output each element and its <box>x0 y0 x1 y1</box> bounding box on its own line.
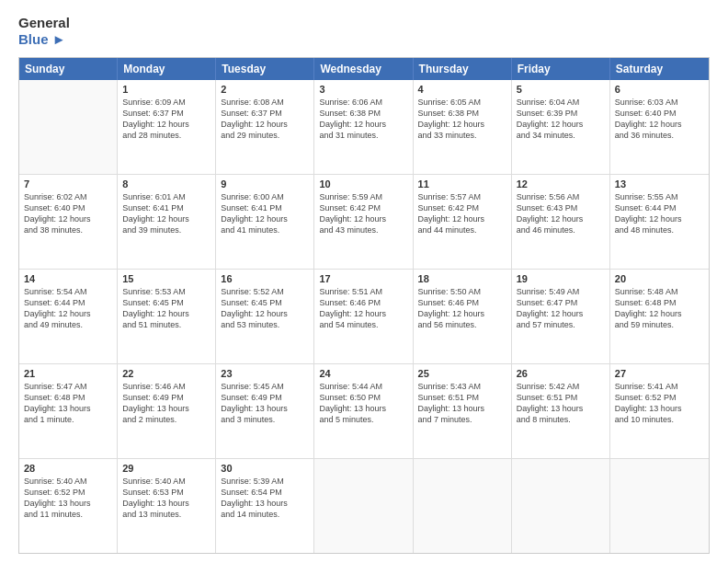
day-number: 18 <box>418 273 506 284</box>
cell-w4-d2: 22Sunrise: 5:46 AMSunset: 6:49 PMDayligh… <box>118 364 216 458</box>
cell-content: Sunrise: 6:03 AMSunset: 6:40 PMDaylight:… <box>615 97 704 142</box>
day-number: 16 <box>221 273 309 284</box>
cell-w1-d1 <box>19 80 118 174</box>
cell-w4-d1: 21Sunrise: 5:47 AMSunset: 6:48 PMDayligh… <box>19 364 118 458</box>
day-number: 1 <box>122 84 210 95</box>
cell-w2-d7: 13Sunrise: 5:55 AMSunset: 6:44 PMDayligh… <box>610 175 709 269</box>
cell-w5-d7 <box>610 459 709 553</box>
col-friday: Friday <box>512 58 610 80</box>
day-number: 17 <box>319 273 407 284</box>
day-number: 22 <box>122 368 210 379</box>
cell-content: Sunrise: 5:54 AMSunset: 6:44 PMDaylight:… <box>24 286 112 331</box>
day-number: 6 <box>615 84 704 95</box>
header: General Blue ► <box>18 15 710 48</box>
cell-content: Sunrise: 6:09 AMSunset: 6:37 PMDaylight:… <box>122 97 210 142</box>
cell-w4-d7: 27Sunrise: 5:41 AMSunset: 6:52 PMDayligh… <box>610 364 709 458</box>
cell-content: Sunrise: 6:06 AMSunset: 6:38 PMDaylight:… <box>319 97 407 142</box>
cell-content: Sunrise: 5:53 AMSunset: 6:45 PMDaylight:… <box>122 286 210 331</box>
cell-content: Sunrise: 6:04 AMSunset: 6:39 PMDaylight:… <box>517 97 605 142</box>
cell-content: Sunrise: 6:05 AMSunset: 6:38 PMDaylight:… <box>418 97 506 142</box>
day-number: 21 <box>24 368 112 379</box>
day-number: 27 <box>615 368 704 379</box>
cell-w4-d5: 25Sunrise: 5:43 AMSunset: 6:51 PMDayligh… <box>414 364 512 458</box>
day-number: 2 <box>221 84 309 95</box>
week-4: 21Sunrise: 5:47 AMSunset: 6:48 PMDayligh… <box>19 364 709 459</box>
day-number: 19 <box>517 273 605 284</box>
week-2: 7Sunrise: 6:02 AMSunset: 6:40 PMDaylight… <box>19 175 709 270</box>
week-5: 28Sunrise: 5:40 AMSunset: 6:52 PMDayligh… <box>19 459 709 553</box>
cell-w4-d6: 26Sunrise: 5:42 AMSunset: 6:51 PMDayligh… <box>512 364 610 458</box>
cell-w2-d3: 9Sunrise: 6:00 AMSunset: 6:41 PMDaylight… <box>216 175 314 269</box>
cell-content: Sunrise: 5:39 AMSunset: 6:54 PMDaylight:… <box>221 476 309 521</box>
cell-w1-d4: 3Sunrise: 6:06 AMSunset: 6:38 PMDaylight… <box>314 80 413 174</box>
cell-content: Sunrise: 5:44 AMSunset: 6:50 PMDaylight:… <box>319 381 407 426</box>
cell-content: Sunrise: 5:50 AMSunset: 6:46 PMDaylight:… <box>418 286 506 331</box>
cell-content: Sunrise: 5:47 AMSunset: 6:48 PMDaylight:… <box>24 381 112 426</box>
cell-w1-d2: 1Sunrise: 6:09 AMSunset: 6:37 PMDaylight… <box>118 80 216 174</box>
cell-w5-d3: 30Sunrise: 5:39 AMSunset: 6:54 PMDayligh… <box>216 459 314 553</box>
cell-content: Sunrise: 5:40 AMSunset: 6:52 PMDaylight:… <box>24 476 112 521</box>
logo-blue: Blue ► <box>18 31 70 48</box>
day-number: 20 <box>615 273 704 284</box>
day-number: 12 <box>517 178 605 190</box>
cell-content: Sunrise: 5:56 AMSunset: 6:43 PMDaylight:… <box>517 191 605 236</box>
day-number: 5 <box>517 84 605 95</box>
cell-content: Sunrise: 6:08 AMSunset: 6:37 PMDaylight:… <box>221 97 309 142</box>
cell-content: Sunrise: 5:57 AMSunset: 6:42 PMDaylight:… <box>418 191 506 236</box>
day-number: 28 <box>24 463 112 474</box>
col-monday: Monday <box>118 58 216 80</box>
cell-content: Sunrise: 5:52 AMSunset: 6:45 PMDaylight:… <box>221 286 309 331</box>
day-number: 29 <box>122 463 210 474</box>
cell-w5-d6 <box>512 459 610 553</box>
day-number: 25 <box>418 368 506 379</box>
cell-content: Sunrise: 5:41 AMSunset: 6:52 PMDaylight:… <box>615 381 704 426</box>
cell-w4-d4: 24Sunrise: 5:44 AMSunset: 6:50 PMDayligh… <box>314 364 413 458</box>
cell-w1-d5: 4Sunrise: 6:05 AMSunset: 6:38 PMDaylight… <box>414 80 512 174</box>
cell-w5-d4 <box>314 459 413 553</box>
cell-content: Sunrise: 5:59 AMSunset: 6:42 PMDaylight:… <box>319 191 407 236</box>
week-1: 1Sunrise: 6:09 AMSunset: 6:37 PMDaylight… <box>19 80 709 175</box>
calendar-body: 1Sunrise: 6:09 AMSunset: 6:37 PMDaylight… <box>19 80 709 553</box>
cell-w3-d7: 20Sunrise: 5:48 AMSunset: 6:48 PMDayligh… <box>610 270 709 363</box>
page: General Blue ► Sunday Monday Tuesday Wed… <box>0 0 728 563</box>
day-number: 8 <box>122 178 210 190</box>
col-wednesday: Wednesday <box>314 58 413 80</box>
cell-w3-d2: 15Sunrise: 5:53 AMSunset: 6:45 PMDayligh… <box>118 270 216 363</box>
logo: General Blue ► <box>18 15 70 48</box>
cell-w1-d3: 2Sunrise: 6:08 AMSunset: 6:37 PMDaylight… <box>216 80 314 174</box>
cell-w4-d3: 23Sunrise: 5:45 AMSunset: 6:49 PMDayligh… <box>216 364 314 458</box>
day-number: 30 <box>221 463 309 474</box>
col-sunday: Sunday <box>19 58 118 80</box>
cell-w1-d6: 5Sunrise: 6:04 AMSunset: 6:39 PMDaylight… <box>512 80 610 174</box>
cell-w2-d1: 7Sunrise: 6:02 AMSunset: 6:40 PMDaylight… <box>19 175 118 269</box>
cell-content: Sunrise: 5:46 AMSunset: 6:49 PMDaylight:… <box>122 381 210 426</box>
cell-w2-d5: 11Sunrise: 5:57 AMSunset: 6:42 PMDayligh… <box>414 175 512 269</box>
cell-w2-d2: 8Sunrise: 6:01 AMSunset: 6:41 PMDaylight… <box>118 175 216 269</box>
col-tuesday: Tuesday <box>216 58 314 80</box>
day-number: 7 <box>24 178 112 190</box>
cell-content: Sunrise: 5:55 AMSunset: 6:44 PMDaylight:… <box>615 191 704 236</box>
calendar-header: Sunday Monday Tuesday Wednesday Thursday… <box>19 58 709 80</box>
day-number: 11 <box>418 178 506 190</box>
cell-content: Sunrise: 6:01 AMSunset: 6:41 PMDaylight:… <box>122 191 210 236</box>
col-saturday: Saturday <box>610 58 709 80</box>
cell-w3-d1: 14Sunrise: 5:54 AMSunset: 6:44 PMDayligh… <box>19 270 118 363</box>
col-thursday: Thursday <box>414 58 512 80</box>
cell-content: Sunrise: 5:48 AMSunset: 6:48 PMDaylight:… <box>615 286 704 331</box>
day-number: 24 <box>319 368 407 379</box>
cell-w5-d2: 29Sunrise: 5:40 AMSunset: 6:53 PMDayligh… <box>118 459 216 553</box>
cell-content: Sunrise: 6:02 AMSunset: 6:40 PMDaylight:… <box>24 191 112 236</box>
calendar: Sunday Monday Tuesday Wednesday Thursday… <box>18 57 710 554</box>
cell-w3-d4: 17Sunrise: 5:51 AMSunset: 6:46 PMDayligh… <box>314 270 413 363</box>
cell-content: Sunrise: 5:40 AMSunset: 6:53 PMDaylight:… <box>122 476 210 521</box>
cell-content: Sunrise: 5:42 AMSunset: 6:51 PMDaylight:… <box>517 381 605 426</box>
cell-content: Sunrise: 5:45 AMSunset: 6:49 PMDaylight:… <box>221 381 309 426</box>
cell-w3-d5: 18Sunrise: 5:50 AMSunset: 6:46 PMDayligh… <box>414 270 512 363</box>
day-number: 3 <box>319 84 407 95</box>
week-3: 14Sunrise: 5:54 AMSunset: 6:44 PMDayligh… <box>19 270 709 364</box>
cell-w3-d6: 19Sunrise: 5:49 AMSunset: 6:47 PMDayligh… <box>512 270 610 363</box>
day-number: 14 <box>24 273 112 284</box>
day-number: 23 <box>221 368 309 379</box>
cell-content: Sunrise: 5:43 AMSunset: 6:51 PMDaylight:… <box>418 381 506 426</box>
day-number: 4 <box>418 84 506 95</box>
